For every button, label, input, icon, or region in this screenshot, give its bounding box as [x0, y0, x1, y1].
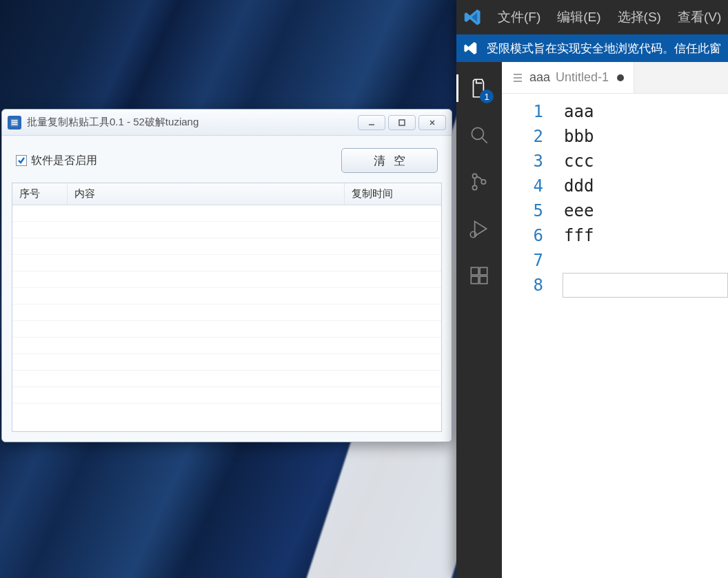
line-number: 4 [502, 174, 543, 198]
line-number: 5 [502, 198, 543, 223]
svg-point-3 [472, 174, 476, 178]
list-row [12, 338, 441, 354]
file-icon [512, 72, 524, 84]
menu-file[interactable]: 文件(F) [491, 6, 547, 29]
line-number: 6 [502, 223, 543, 248]
window-client-area: 软件是否启用 清空 序号 内容 复制时间 [2, 136, 452, 442]
activity-explorer[interactable]: 1 [456, 68, 502, 109]
restricted-mode-banner[interactable]: 受限模式旨在实现安全地浏览代码。信任此窗 [456, 34, 728, 62]
list-row [12, 255, 441, 271]
list-row [12, 222, 441, 238]
column-seq[interactable]: 序号 [12, 183, 68, 205]
list-header: 序号 内容 复制时间 [12, 183, 441, 205]
list-row [12, 238, 441, 255]
code-line: fff [564, 223, 728, 248]
window-title: 批量复制粘贴工具0.1 - 52破解tuziang [27, 116, 358, 129]
vscode-logo-icon [463, 7, 483, 28]
line-number: 7 [502, 248, 543, 273]
editor-tabbar: aaa Untitled-1 [502, 62, 728, 94]
code-line: eee [564, 198, 728, 223]
line-number: 8 [502, 273, 543, 298]
explorer-badge: 1 [480, 90, 494, 103]
list-row [12, 271, 441, 288]
svg-rect-7 [471, 267, 478, 275]
checkbox-box [16, 155, 27, 166]
menu-edit[interactable]: 编辑(E) [550, 6, 607, 29]
enable-checkbox-label: 软件是否启用 [31, 154, 97, 168]
window-titlebar[interactable]: 批量复制粘贴工具0.1 - 52破解tuziang [2, 110, 452, 136]
list-row [12, 305, 441, 321]
list-body [12, 205, 441, 431]
svg-point-2 [472, 127, 483, 139]
menu-select[interactable]: 选择(S) [611, 6, 668, 29]
clipboard-list[interactable]: 序号 内容 复制时间 [12, 183, 442, 432]
close-button[interactable] [418, 115, 446, 130]
menu-view[interactable]: 查看(V) [671, 6, 728, 29]
editor-area: aaa Untitled-1 1 2 3 4 5 6 7 8 aaa [502, 62, 728, 578]
maximize-button[interactable] [388, 115, 416, 130]
editor-tab[interactable]: aaa Untitled-1 [502, 62, 634, 93]
activity-debug[interactable] [456, 208, 502, 249]
svg-rect-8 [480, 267, 487, 275]
list-row [12, 354, 441, 371]
code-line [564, 248, 728, 273]
minimize-button[interactable] [358, 115, 385, 130]
line-number: 3 [502, 149, 543, 174]
code-line: ddd [564, 174, 728, 198]
line-number-gutter: 1 2 3 4 5 6 7 8 [502, 99, 564, 578]
svg-rect-10 [480, 276, 487, 284]
clipboard-tool-window: 批量复制粘贴工具0.1 - 52破解tuziang 软件是否启用 清空 序号 内… [1, 109, 452, 442]
svg-rect-1 [399, 120, 405, 125]
vscode-body: 1 aaa Untitled-1 [456, 62, 728, 578]
enable-checkbox[interactable]: 软件是否启用 [16, 154, 97, 168]
activity-extensions[interactable] [456, 255, 502, 296]
code-line: aaa [564, 99, 728, 124]
activity-bar: 1 [456, 62, 502, 578]
line-number: 2 [502, 124, 543, 149]
tab-title: Untitled-1 [556, 70, 609, 85]
activity-source-control[interactable] [456, 161, 502, 203]
vscode-menubar: 文件(F) 编辑(E) 选择(S) 查看(V) [456, 0, 728, 34]
list-row [12, 321, 441, 338]
svg-rect-9 [471, 276, 478, 284]
tab-preview-label: aaa [529, 70, 550, 85]
text-editor[interactable]: 1 2 3 4 5 6 7 8 aaa bbb ccc ddd eee fff [502, 94, 728, 578]
list-row [12, 387, 441, 404]
toolbar: 软件是否启用 清空 [12, 145, 442, 183]
window-controls [358, 115, 446, 130]
code-line: bbb [564, 124, 728, 149]
code-line-active [563, 273, 728, 298]
column-time[interactable]: 复制时间 [345, 183, 441, 205]
list-row [12, 371, 441, 387]
list-row [12, 205, 441, 222]
svg-point-4 [472, 185, 476, 189]
list-row [12, 288, 441, 305]
column-content[interactable]: 内容 [68, 183, 345, 205]
shield-icon [463, 40, 480, 56]
dirty-indicator-icon [617, 74, 624, 81]
activity-search[interactable] [456, 114, 502, 156]
line-number: 1 [502, 99, 543, 124]
banner-text: 受限模式旨在实现安全地浏览代码。信任此窗 [487, 41, 721, 56]
app-icon [8, 116, 21, 130]
clear-button[interactable]: 清空 [341, 148, 438, 173]
code-content: aaa bbb ccc ddd eee fff [564, 99, 728, 578]
vscode-window: 文件(F) 编辑(E) 选择(S) 查看(V) 受限模式旨在实现安全地浏览代码。… [456, 0, 728, 578]
code-line: ccc [564, 149, 728, 174]
